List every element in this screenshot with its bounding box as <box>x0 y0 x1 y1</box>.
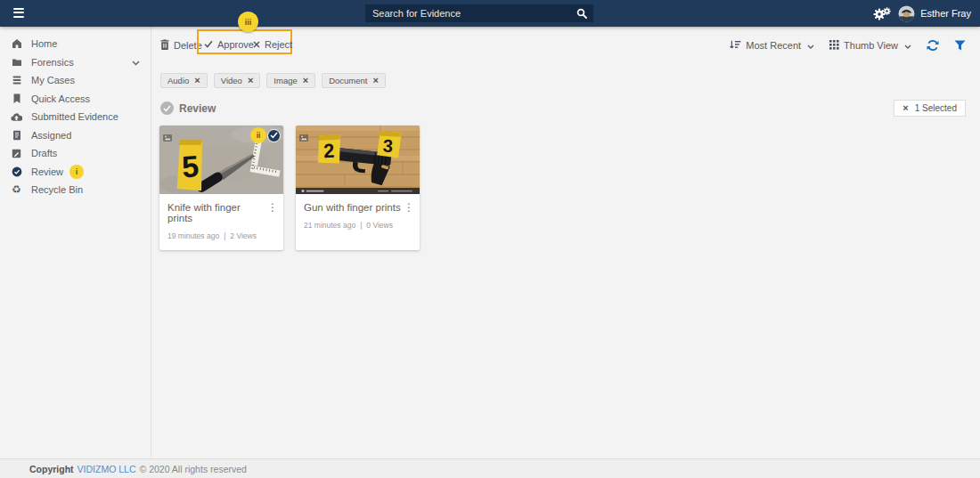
evidence-meta: 21 minutes ago | 0 Views <box>304 221 412 230</box>
x-icon <box>253 39 260 50</box>
evidence-marker-number: 3 <box>382 136 393 157</box>
evidence-title: Knife with finger prints <box>167 202 275 223</box>
review-section-icon <box>160 101 174 115</box>
card-body: Gun with finger prints ⋮ 21 minutes ago … <box>296 194 420 239</box>
evidence-card-gun[interactable]: 2 3 <box>296 126 420 250</box>
watermark-bar <box>296 188 420 194</box>
remove-icon[interactable] <box>372 76 378 85</box>
user-menu[interactable]: Esther Fray <box>898 5 971 22</box>
check-icon <box>204 39 213 50</box>
evidence-card-knife[interactable]: 5 ii Knife with finger prints <box>159 126 283 250</box>
delete-button[interactable]: Delete <box>160 39 202 52</box>
rights-text: © 2020 All rights reserved <box>140 464 247 474</box>
copyright-label: Copyright <box>29 464 74 474</box>
sidebar-item-recycle-bin[interactable]: ♻ Recycle Bin <box>0 181 151 199</box>
filter-chips: Audio Video Image Document <box>152 59 980 88</box>
sidebar-item-label: Review <box>31 166 63 177</box>
sidebar-item-my-cases[interactable]: My Cases <box>0 71 151 90</box>
sort-icon <box>730 40 741 52</box>
toolbar: Delete Approve Reject Most Recent <box>152 32 980 59</box>
kebab-menu-icon[interactable]: ⋮ <box>402 200 416 215</box>
hamburger-menu-icon[interactable] <box>13 7 24 18</box>
toolbar-right: Most Recent Thumb View <box>730 39 966 52</box>
remove-icon[interactable] <box>194 76 200 85</box>
clear-selection-button[interactable]: 1 Selected <box>894 100 966 117</box>
evidence-thumbnail[interactable]: 5 ii <box>159 126 283 194</box>
remove-icon[interactable] <box>248 76 253 85</box>
folder-icon <box>11 57 22 68</box>
sidebar-item-label: Home <box>31 38 57 49</box>
top-bar-right: Esther Fray <box>873 0 971 27</box>
sidebar-item-label: Assigned <box>31 130 71 141</box>
evidence-time: 21 minutes ago <box>304 221 355 230</box>
gun-photo: 2 3 <box>296 126 420 194</box>
annotation-step-badge: ii <box>250 127 266 143</box>
sidebar-item-home[interactable]: Home <box>0 35 151 53</box>
approve-button[interactable]: Approve <box>204 39 254 50</box>
avatar <box>898 5 915 22</box>
image-type-icon <box>299 129 308 145</box>
trash-icon <box>160 39 169 52</box>
evidence-time: 19 minutes ago <box>167 231 219 240</box>
check-circle-icon <box>11 166 22 177</box>
filter-chip-image[interactable]: Image <box>266 73 315 88</box>
grid-icon <box>829 40 839 52</box>
refresh-icon[interactable] <box>927 39 939 52</box>
company-link[interactable]: VIDIZMO LLC <box>78 464 136 474</box>
sidebar-item-drafts[interactable]: Drafts <box>0 144 151 163</box>
draft-edit-icon <box>11 149 22 158</box>
evidence-title: Gun with finger prints <box>304 202 412 213</box>
cloud-upload-icon <box>11 112 22 122</box>
recycle-icon: ♻ <box>11 184 22 195</box>
annotation-step-badge: i <box>69 165 84 179</box>
app-window: Esther Fray iii Home Forensics My Cases … <box>0 0 980 478</box>
x-icon[interactable] <box>902 103 908 113</box>
filter-chip-audio[interactable]: Audio <box>160 73 208 88</box>
sort-dropdown[interactable]: Most Recent <box>730 40 814 52</box>
sidebar-item-label: Quick Access <box>31 93 90 104</box>
sidebar-item-review[interactable]: Review i <box>0 163 151 182</box>
sidebar-item-label: My Cases <box>31 75 75 85</box>
sidebar-item-assigned[interactable]: Assigned <box>0 126 151 145</box>
evidence-marker-number: 2 <box>323 140 335 163</box>
settings-gear-icon[interactable] <box>873 7 891 20</box>
sidebar-item-forensics[interactable]: Forensics <box>0 53 151 72</box>
sidebar-item-label: Drafts <box>31 148 57 158</box>
kebab-menu-icon[interactable]: ⋮ <box>265 200 280 215</box>
sidebar-item-quick-access[interactable]: Quick Access <box>0 90 151 109</box>
reject-button[interactable]: Reject <box>253 39 292 50</box>
home-icon <box>11 38 22 49</box>
clipboard-icon <box>11 130 22 141</box>
sidebar-item-label: Forensics <box>31 57 74 68</box>
search-input[interactable] <box>365 8 570 19</box>
remove-icon[interactable] <box>303 76 308 85</box>
sidebar-item-label: Submitted Evidence <box>31 111 118 122</box>
content-area: Delete Approve Reject Most Recent <box>152 27 980 458</box>
bookmark-icon <box>11 93 22 104</box>
selected-count: 1 Selected <box>915 103 957 113</box>
meta-divider: | <box>360 221 362 230</box>
filter-icon[interactable] <box>954 40 966 51</box>
search-icon[interactable] <box>570 4 593 22</box>
evidence-meta: 19 minutes ago | 2 Views <box>167 231 275 240</box>
chevron-down-icon[interactable] <box>132 57 140 68</box>
footer: Copyright VIDIZMO LLC © 2020 All rights … <box>0 458 980 478</box>
section-header: Review 1 Selected <box>160 100 966 117</box>
sidebar: Home Forensics My Cases Quick Access Sub… <box>0 27 151 458</box>
view-dropdown[interactable]: Thumb View <box>829 40 911 52</box>
user-name: Esther Fray <box>920 8 971 19</box>
meta-divider: | <box>224 231 225 240</box>
annotation-step-badge: iii <box>238 12 258 32</box>
filter-chip-document[interactable]: Document <box>322 73 386 88</box>
section-title: Review <box>179 102 216 115</box>
selected-check-icon[interactable] <box>267 129 281 142</box>
cases-stack-icon <box>11 75 22 85</box>
chevron-down-icon <box>807 40 814 51</box>
evidence-views: 2 Views <box>230 231 257 240</box>
sidebar-item-submitted-evidence[interactable]: Submitted Evidence <box>0 108 151 126</box>
sidebar-item-label: Recycle Bin <box>31 184 83 195</box>
top-bar: Esther Fray <box>0 0 980 27</box>
evidence-thumbnail[interactable]: 2 3 <box>296 126 420 194</box>
filter-chip-video[interactable]: Video <box>214 73 261 88</box>
search-bar <box>365 4 593 22</box>
